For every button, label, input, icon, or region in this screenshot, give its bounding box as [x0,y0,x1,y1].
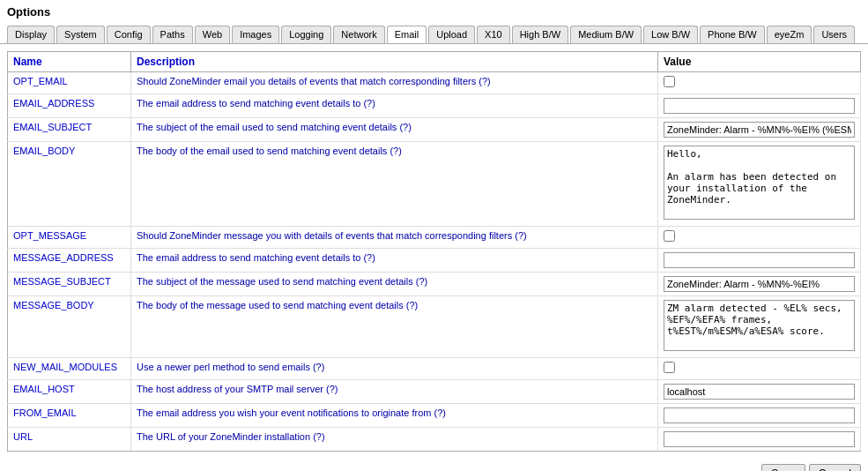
row-desc-message_body: The body of the message used to send mat… [131,296,658,358]
checkbox-opt_message[interactable] [664,230,675,242]
tab-network[interactable]: Network [333,26,384,43]
row-name-opt_message: OPT_MESSAGE [8,227,131,249]
table-row: MESSAGE_ADDRESSThe email address to send… [8,249,861,273]
checkbox-opt_email[interactable] [664,76,675,87]
table-row: NEW_MAIL_MODULESUse a newer perl method … [8,358,861,380]
row-desc-email_body: The body of the email used to send match… [131,142,658,227]
row-name-from_email: FROM_EMAIL [8,404,131,428]
tab-web[interactable]: Web [195,26,230,43]
row-desc-message_address: The email address to send matching event… [131,249,658,273]
row-value-new_mail_modules [658,358,861,380]
header-name: Name [8,52,131,72]
tab-images[interactable]: Images [232,26,279,43]
checkbox-new_mail_modules[interactable] [664,362,675,373]
row-desc-email_address: The email address to send matching event… [131,94,658,118]
row-desc-url: The URL of your ZoneMinder installation … [131,428,658,452]
row-name-url: URL [8,428,131,452]
row-value-email_subject [658,118,861,142]
input-email_address[interactable] [664,98,855,114]
table-row: EMAIL_ADDRESSThe email address to send m… [8,94,861,118]
tab-paths[interactable]: Paths [152,26,193,43]
input-message_address[interactable] [664,252,855,268]
row-value-message_subject [658,273,861,296]
tabs-bar: DisplaySystemConfigPathsWebImagesLogging… [0,22,868,44]
row-name-email_subject: EMAIL_SUBJECT [8,118,131,142]
tab-display[interactable]: Display [7,26,55,43]
tab-upload[interactable]: Upload [428,26,475,43]
row-desc-email_subject: The subject of the email used to send ma… [131,118,658,142]
tab-system[interactable]: System [56,26,105,43]
row-desc-opt_message: Should ZoneMinder message you with detai… [131,227,658,249]
table-row: MESSAGE_BODYThe body of the message used… [8,296,861,358]
content-area: Name Description Value OPT_EMAILShould Z… [0,44,868,459]
row-value-from_email [658,404,861,428]
tab-x10[interactable]: X10 [477,26,510,43]
table-row: EMAIL_HOSTThe host address of your SMTP … [8,380,861,404]
row-desc-message_subject: The subject of the message used to send … [131,273,658,296]
textarea-message_body[interactable] [664,300,855,351]
table-row: EMAIL_BODYThe body of the email used to … [8,142,861,227]
row-value-message_address [658,249,861,273]
tab-medium-bw[interactable]: Medium B/W [570,26,642,43]
tab-config[interactable]: Config [107,26,151,43]
footer-buttons: Save Cancel [0,459,868,471]
row-value-email_host [658,380,861,404]
row-value-opt_message [658,227,861,249]
header-description: Description [131,52,658,72]
row-name-email_address: EMAIL_ADDRESS [8,94,131,118]
cancel-button[interactable]: Cancel [809,464,861,471]
row-value-email_address [658,94,861,118]
row-value-opt_email [658,72,861,94]
tab-email[interactable]: Email [387,26,427,43]
save-button[interactable]: Save [761,464,805,471]
row-name-opt_email: OPT_EMAIL [8,72,131,94]
options-table: Name Description Value OPT_EMAILShould Z… [7,51,861,452]
input-message_subject[interactable] [664,276,855,292]
table-row: EMAIL_SUBJECTThe subject of the email us… [8,118,861,142]
page-title: Options [0,0,868,22]
row-desc-email_host: The host address of your SMTP mail serve… [131,380,658,404]
textarea-email_body[interactable] [664,146,855,220]
header-value: Value [658,52,861,72]
row-desc-opt_email: Should ZoneMinder email you details of e… [131,72,658,94]
row-name-new_mail_modules: NEW_MAIL_MODULES [8,358,131,380]
input-url[interactable] [664,431,855,447]
row-value-message_body [658,296,861,358]
row-name-message_subject: MESSAGE_SUBJECT [8,273,131,296]
input-email_subject[interactable] [664,122,855,138]
row-name-message_address: MESSAGE_ADDRESS [8,249,131,273]
row-name-email_host: EMAIL_HOST [8,380,131,404]
row-desc-from_email: The email address you wish your event no… [131,404,658,428]
table-row: FROM_EMAILThe email address you wish you… [8,404,861,428]
tab-users[interactable]: Users [813,26,855,43]
row-value-url [658,428,861,452]
table-row: MESSAGE_SUBJECTThe subject of the messag… [8,273,861,296]
input-from_email[interactable] [664,407,855,423]
tab-eyezm[interactable]: eyeZm [767,26,812,43]
table-row: URLThe URL of your ZoneMinder installati… [8,428,861,452]
table-row: OPT_MESSAGEShould ZoneMinder message you… [8,227,861,249]
row-name-email_body: EMAIL_BODY [8,142,131,227]
tab-phone-bw[interactable]: Phone B/W [700,26,765,43]
row-desc-new_mail_modules: Use a newer perl method to send emails (… [131,358,658,380]
input-email_host[interactable] [664,384,855,400]
table-row: OPT_EMAILShould ZoneMinder email you det… [8,72,861,94]
tab-high-bw[interactable]: High B/W [512,26,568,43]
tab-low-bw[interactable]: Low B/W [643,26,698,43]
tab-logging[interactable]: Logging [281,26,331,43]
row-value-email_body [658,142,861,227]
row-name-message_body: MESSAGE_BODY [8,296,131,358]
